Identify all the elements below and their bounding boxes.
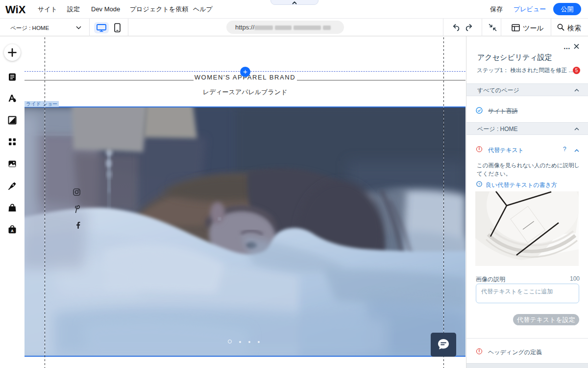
- svg-text:?: ?: [478, 182, 481, 186]
- svg-text:A: A: [11, 229, 14, 233]
